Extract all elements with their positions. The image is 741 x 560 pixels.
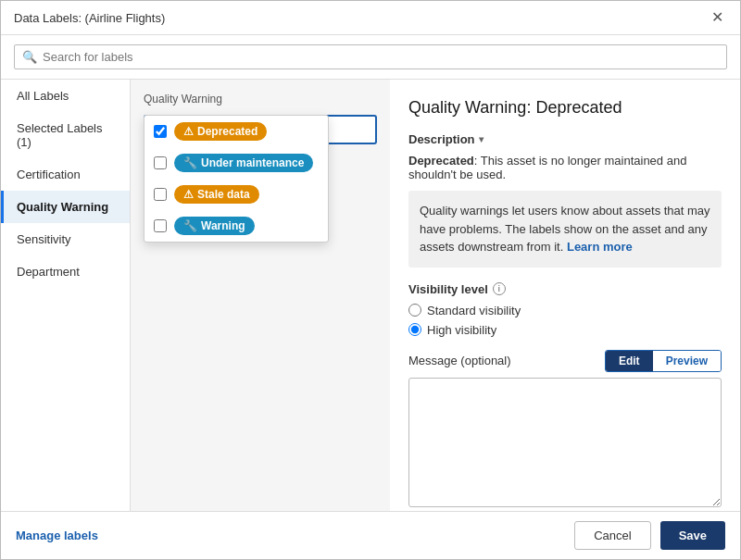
badge-icon-deprecated-menu: ⚠ — [183, 125, 194, 138]
badge-icon-under-maintenance: 🔧 — [183, 156, 197, 169]
message-section: Message (optional) Edit Preview — [408, 350, 722, 510]
sidebar-item-selected-labels[interactable]: Selected Labels (1) — [1, 112, 130, 158]
radio-standard-input[interactable] — [408, 304, 421, 317]
description-text: Deprecated: This asset is no longer main… — [408, 154, 722, 181]
dropdown-menu: ⚠ Deprecated 🔧 Under maintenance — [144, 115, 329, 243]
dropdown-item-warning[interactable]: 🔧 Warning — [144, 210, 328, 242]
checkbox-stale-data[interactable] — [154, 188, 167, 201]
chevron-down-icon: ▾ — [479, 134, 484, 144]
title-bar: Data Labels: (Airline Flights) ✕ — [1, 1, 740, 35]
dialog-title: Data Labels: (Airline Flights) — [14, 11, 165, 25]
edit-tab[interactable]: Edit — [606, 351, 653, 371]
search-icon: 🔍 — [22, 50, 37, 64]
badge-icon-stale-data: ⚠ — [183, 188, 194, 201]
sidebar-item-quality-warning[interactable]: Quality Warning — [1, 191, 130, 223]
badge-stale-data: ⚠ Stale data — [174, 185, 259, 204]
badge-icon-warning: 🔧 — [183, 219, 197, 232]
sidebar-item-department[interactable]: Department — [1, 255, 130, 288]
badge-under-maintenance: 🔧 Under maintenance — [174, 154, 313, 172]
close-button[interactable]: ✕ — [708, 8, 727, 27]
manage-labels-link[interactable]: Manage labels — [16, 529, 98, 542]
sidebar-item-sensitivity[interactable]: Sensitivity — [1, 223, 130, 255]
description-header: Description ▾ — [408, 132, 722, 146]
description-label: Description — [408, 132, 475, 146]
cancel-button[interactable]: Cancel — [574, 521, 650, 550]
radio-high-visibility[interactable]: High visibility — [408, 323, 722, 337]
message-label: Message (optional) — [408, 354, 511, 367]
checkbox-warning[interactable] — [154, 219, 167, 232]
visibility-label: Visibility level — [408, 282, 488, 296]
radio-standard-visibility[interactable]: Standard visibility — [408, 304, 722, 317]
sidebar-item-all-labels[interactable]: All Labels — [1, 80, 130, 112]
message-textarea[interactable] — [408, 378, 722, 507]
checkbox-deprecated[interactable] — [154, 125, 167, 138]
learn-more-link[interactable]: Learn more — [567, 240, 633, 254]
search-bar: 🔍 — [1, 35, 740, 80]
visibility-title: Visibility level i — [408, 282, 722, 296]
message-header: Message (optional) Edit Preview — [408, 350, 722, 372]
content-area: All Labels Selected Labels (1) Certifica… — [1, 80, 740, 511]
sidebar-item-certification[interactable]: Certification — [1, 158, 130, 191]
info-box: Quality warnings let users know about as… — [408, 191, 722, 268]
footer-buttons: Cancel Save — [574, 521, 725, 550]
middle-panel-title: Quality Warning — [144, 93, 377, 106]
dropdown-item-deprecated[interactable]: ⚠ Deprecated — [144, 116, 328, 147]
info-box-text: Quality warnings let users know about as… — [420, 204, 710, 254]
info-icon[interactable]: i — [493, 282, 506, 295]
radio-high-label: High visibility — [427, 323, 496, 337]
middle-panel: Quality Warning ⚠ Deprecated ⚠ Deprecate… — [131, 80, 390, 511]
edit-preview-tabs: Edit Preview — [605, 350, 722, 372]
preview-tab[interactable]: Preview — [653, 351, 721, 371]
description-bold: Deprecated — [408, 154, 474, 168]
badge-warning: 🔧 Warning — [174, 217, 255, 235]
radio-standard-label: Standard visibility — [427, 304, 521, 317]
badge-deprecated: ⚠ Deprecated — [174, 122, 267, 141]
right-panel: Quality Warning: Deprecated Description … — [390, 80, 740, 511]
search-input[interactable] — [43, 50, 719, 64]
radio-high-input[interactable] — [408, 323, 421, 336]
sidebar: All Labels Selected Labels (1) Certifica… — [1, 80, 131, 511]
save-button[interactable]: Save — [660, 521, 725, 550]
search-input-wrap: 🔍 — [14, 44, 727, 69]
label-select-area: ⚠ Deprecated ⚠ Deprecated — [144, 115, 377, 144]
dialog: Data Labels: (Airline Flights) ✕ 🔍 All L… — [0, 0, 741, 560]
footer: Manage labels Cancel Save — [1, 511, 740, 559]
right-panel-title: Quality Warning: Deprecated — [408, 98, 722, 118]
dropdown-item-stale-data[interactable]: ⚠ Stale data — [144, 179, 328, 210]
dropdown-item-under-maintenance[interactable]: 🔧 Under maintenance — [144, 147, 328, 179]
visibility-section: Visibility level i Standard visibility H… — [408, 282, 722, 337]
checkbox-under-maintenance[interactable] — [154, 156, 167, 169]
